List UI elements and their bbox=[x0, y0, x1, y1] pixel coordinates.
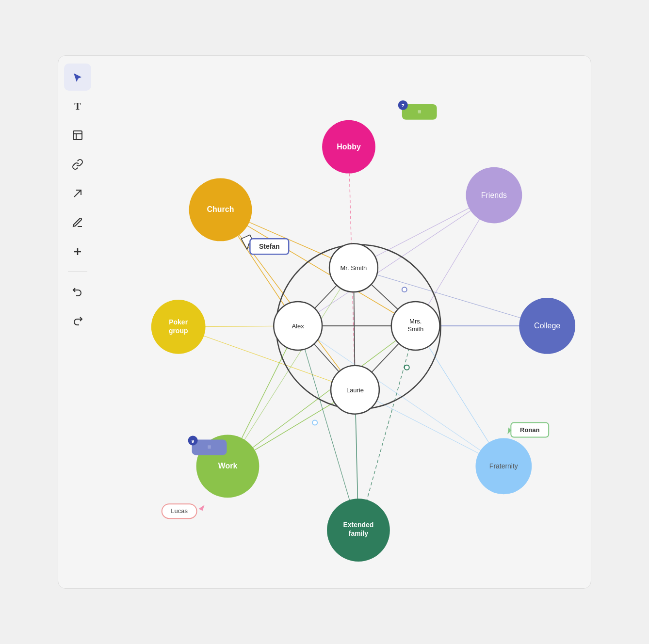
svg-text:Mr. Smith: Mr. Smith bbox=[341, 264, 367, 272]
svg-line-9 bbox=[221, 209, 355, 389]
svg-marker-62 bbox=[199, 505, 205, 511]
toolbar-divider bbox=[68, 271, 87, 272]
link-tool[interactable] bbox=[64, 151, 91, 178]
svg-text:Friends: Friends bbox=[481, 191, 507, 199]
svg-line-24 bbox=[298, 326, 358, 530]
arrow-tool[interactable] bbox=[64, 180, 91, 207]
canvas[interactable]: Church Hobby Friends Poker group College… bbox=[97, 56, 591, 588]
svg-text:Work: Work bbox=[218, 462, 238, 470]
pen-tool[interactable] bbox=[64, 209, 91, 236]
svg-text:Smith: Smith bbox=[407, 325, 423, 333]
undo-button[interactable] bbox=[64, 277, 91, 305]
svg-text:9: 9 bbox=[192, 438, 195, 444]
svg-text:Lucas: Lucas bbox=[171, 507, 188, 515]
svg-text:family: family bbox=[349, 530, 369, 537]
sticky-tool[interactable] bbox=[64, 122, 91, 149]
svg-line-17 bbox=[354, 268, 547, 326]
svg-text:Hobby: Hobby bbox=[337, 143, 361, 151]
svg-line-28 bbox=[298, 326, 503, 466]
svg-text:College: College bbox=[534, 322, 560, 330]
svg-text:≡: ≡ bbox=[208, 443, 211, 451]
svg-text:Stefan: Stefan bbox=[259, 242, 280, 250]
svg-line-21 bbox=[227, 326, 415, 466]
svg-point-38 bbox=[405, 365, 409, 370]
select-tool[interactable] bbox=[64, 64, 91, 91]
text-tool[interactable]: T bbox=[64, 93, 91, 120]
svg-text:Laurie: Laurie bbox=[346, 386, 364, 394]
svg-line-15 bbox=[178, 327, 355, 390]
svg-point-36 bbox=[402, 287, 407, 292]
app-container: T bbox=[58, 55, 591, 589]
add-tool[interactable] bbox=[64, 238, 91, 265]
svg-text:7: 7 bbox=[402, 103, 405, 108]
svg-text:Poker: Poker bbox=[169, 318, 188, 326]
svg-text:Alex: Alex bbox=[292, 322, 305, 330]
svg-line-13 bbox=[298, 195, 494, 326]
svg-text:group: group bbox=[169, 327, 188, 335]
svg-text:Ronan: Ronan bbox=[520, 426, 539, 434]
svg-text:Fraternity: Fraternity bbox=[489, 462, 518, 470]
svg-text:≡: ≡ bbox=[418, 108, 422, 115]
redo-button[interactable] bbox=[64, 306, 91, 334]
svg-line-3 bbox=[74, 190, 81, 197]
network-svg: Church Hobby Friends Poker group College… bbox=[97, 56, 591, 588]
svg-point-37 bbox=[312, 420, 317, 425]
svg-text:Mrs.: Mrs. bbox=[409, 318, 422, 325]
svg-rect-0 bbox=[73, 131, 82, 140]
toolbar: T bbox=[58, 56, 97, 588]
svg-text:Church: Church bbox=[207, 205, 234, 213]
svg-text:Extended: Extended bbox=[343, 521, 374, 529]
svg-line-8 bbox=[221, 209, 416, 326]
